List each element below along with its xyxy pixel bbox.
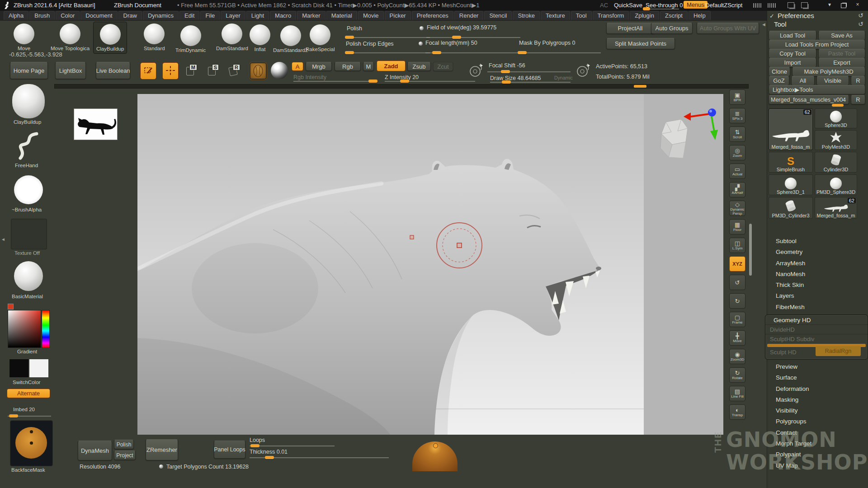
sidebar-texture-off[interactable] bbox=[11, 219, 47, 249]
menu-item[interactable]: Picker bbox=[385, 11, 411, 20]
live-boolean-button[interactable]: Live Boolean bbox=[96, 62, 130, 79]
menu-item[interactable]: Tool bbox=[571, 11, 592, 20]
default-zscript-button[interactable]: DefaultZScript bbox=[705, 2, 742, 9]
brush-move-topological[interactable]: Move Topologica bbox=[51, 23, 90, 51]
brush-move[interactable]: Move bbox=[14, 23, 34, 51]
tool-slot-cylinder3d[interactable]: Cylinder3D bbox=[815, 152, 857, 173]
subpalette-header[interactable]: Thick Skin bbox=[768, 280, 867, 291]
menu-item[interactable]: Edit bbox=[179, 11, 199, 20]
brush-trimdynamic[interactable]: TrimDynamic bbox=[175, 25, 206, 53]
tray-collapse-arrow[interactable]: ◄ bbox=[761, 22, 766, 27]
right-shelf-button[interactable]: ▭ Actual bbox=[729, 164, 745, 179]
menu-item[interactable]: Document bbox=[80, 11, 117, 20]
tool-slot-sphere3d-1[interactable]: Sphere3D_1 bbox=[769, 174, 813, 195]
subpalette-header[interactable]: Geometry bbox=[768, 247, 867, 258]
tool-slot-polymesh3d[interactable]: PolyMesh3D bbox=[815, 130, 857, 150]
clone-button[interactable]: Clone bbox=[769, 67, 790, 76]
secondary-color-swatch[interactable] bbox=[29, 359, 49, 378]
subpalette-header[interactable]: Polygroups bbox=[768, 416, 867, 427]
zadd-button[interactable]: Zadd bbox=[377, 61, 406, 71]
project-all-button[interactable]: ProjectAll bbox=[606, 23, 654, 34]
right-shelf-button[interactable]: ╋ Move bbox=[729, 330, 745, 346]
mask-by-polygroups-slider[interactable] bbox=[518, 52, 601, 53]
picker-dome-preview[interactable] bbox=[412, 441, 458, 471]
rgb-button[interactable]: Rgb bbox=[335, 62, 361, 71]
backface-mask-thumbnail[interactable] bbox=[10, 420, 53, 466]
current-material-preview[interactable] bbox=[271, 62, 288, 79]
focal-length-thumb[interactable] bbox=[432, 51, 441, 54]
brush-damstandard2[interactable]: DamStandard2 bbox=[273, 25, 308, 53]
document-canvas[interactable] bbox=[137, 94, 723, 435]
move-mode-button[interactable]: M bbox=[185, 64, 197, 76]
subpalette-header[interactable]: NanoMesh bbox=[768, 269, 867, 280]
menu-item[interactable]: File bbox=[200, 11, 220, 20]
preferences-palette-header[interactable]: Preferences bbox=[778, 12, 814, 19]
restore-config-icon[interactable]: ↺ bbox=[858, 12, 863, 19]
subpalette-header[interactable]: Visibility bbox=[768, 405, 867, 416]
lightbox-tools-button[interactable]: Lightbox▶Tools bbox=[769, 85, 865, 94]
draw-size-thumb[interactable] bbox=[502, 80, 511, 84]
subpalette-header[interactable]: Contact bbox=[768, 427, 867, 438]
panel-loops-button[interactable]: Panel Loops bbox=[214, 441, 245, 459]
target-polygons-toggle-dot[interactable] bbox=[159, 465, 163, 469]
menu-item[interactable]: Material bbox=[326, 11, 357, 20]
edit-mode-button[interactable] bbox=[140, 62, 156, 80]
subpalette-header[interactable]: Morph Target bbox=[768, 438, 867, 449]
stroke-type-icon[interactable] bbox=[468, 62, 484, 79]
minimize-button[interactable]: ▾ bbox=[826, 2, 833, 8]
menu-item[interactable]: Zscript bbox=[660, 11, 688, 20]
menus-button[interactable]: Menus bbox=[684, 1, 708, 9]
divider-drag-icon[interactable] bbox=[753, 3, 762, 8]
dynamic-label[interactable]: Dynamic bbox=[554, 75, 573, 80]
dynamesh-button[interactable]: DynaMesh bbox=[78, 441, 112, 460]
close-button[interactable]: × bbox=[854, 2, 861, 8]
polish-crisp-slider[interactable] bbox=[345, 52, 430, 53]
tool-palette-header[interactable]: Tool bbox=[774, 20, 787, 28]
brush-damstandard[interactable]: DamStandard bbox=[216, 23, 248, 51]
menu-item[interactable]: Macro bbox=[270, 11, 296, 20]
imbed-thumb[interactable] bbox=[9, 414, 18, 418]
right-shelf-button[interactable]: ◐ Transp bbox=[729, 404, 745, 420]
make-polymesh3d-button[interactable]: Make PolyMesh3D bbox=[792, 67, 865, 76]
lightbox-button[interactable]: LightBox bbox=[55, 62, 86, 79]
focal-shift-thumb[interactable] bbox=[501, 70, 510, 73]
zcut-button[interactable]: Zcut bbox=[433, 62, 453, 71]
menu-item[interactable]: Preferences bbox=[412, 11, 453, 20]
auto-groups-with-uv-button[interactable]: Auto Groups With UV bbox=[697, 23, 759, 34]
menu-item[interactable]: Brush bbox=[29, 11, 55, 20]
menu-item[interactable]: Dynamics bbox=[143, 11, 179, 20]
menu-item[interactable]: Zplugin bbox=[630, 11, 659, 20]
fov-thumb[interactable] bbox=[452, 36, 461, 39]
tool-slot-merged-fossa[interactable]: 62 Merged_fossa_m bbox=[769, 108, 813, 150]
subpalette-header[interactable]: UV Map bbox=[768, 460, 867, 471]
goz-visible-button[interactable]: Visible bbox=[816, 76, 849, 85]
rotate-mode-button[interactable]: R bbox=[228, 64, 240, 76]
polish-slider[interactable] bbox=[345, 37, 430, 38]
polish-crisp-thumb[interactable] bbox=[345, 51, 354, 54]
tool-slot-pm3d-cylinder3[interactable]: PM3D_Cylinder3 bbox=[769, 197, 813, 219]
right-shelf-button[interactable]: ◉ Zoom3D bbox=[729, 349, 745, 364]
zremesher-button[interactable]: ZRemesher bbox=[146, 439, 178, 460]
see-through-thumb[interactable] bbox=[643, 7, 650, 10]
menu-item[interactable]: Texture bbox=[541, 11, 570, 20]
a-quick3d-button[interactable]: A bbox=[292, 62, 303, 71]
menu-item[interactable]: Marker bbox=[297, 11, 325, 20]
right-shelf-button[interactable]: ◎ Zoom bbox=[729, 145, 745, 160]
restore-button[interactable] bbox=[841, 3, 846, 8]
sidebar-stroke-freehand[interactable] bbox=[14, 131, 43, 161]
right-shelf-button[interactable]: ↺ bbox=[729, 275, 745, 290]
tool-slot-merged-fossa-2[interactable]: 62 Merged_fossa_m bbox=[815, 197, 857, 219]
z-intensity-slider[interactable] bbox=[385, 81, 475, 82]
zsub-button[interactable]: Zsub bbox=[407, 62, 431, 71]
sidebar-claybuildup-thumbnail[interactable] bbox=[12, 84, 45, 118]
right-shelf-button[interactable]: ↻ Rotate bbox=[729, 367, 745, 383]
active-tool-button[interactable]: Merged_fossa_muscles_v004 bbox=[769, 95, 849, 104]
brush-standard[interactable]: Standard bbox=[144, 23, 165, 51]
sidebar-alpha-thumbnail[interactable] bbox=[14, 175, 43, 204]
mrgb-button[interactable]: Mrgb bbox=[306, 62, 332, 71]
goz-all-button[interactable]: All bbox=[791, 76, 815, 85]
menu-item[interactable]: Color bbox=[56, 11, 80, 20]
xyz-axis-gizmo[interactable] bbox=[684, 107, 719, 142]
right-shelf-button[interactable]: ▢ Frame bbox=[729, 312, 745, 327]
divider-drag-icon[interactable] bbox=[768, 3, 777, 8]
